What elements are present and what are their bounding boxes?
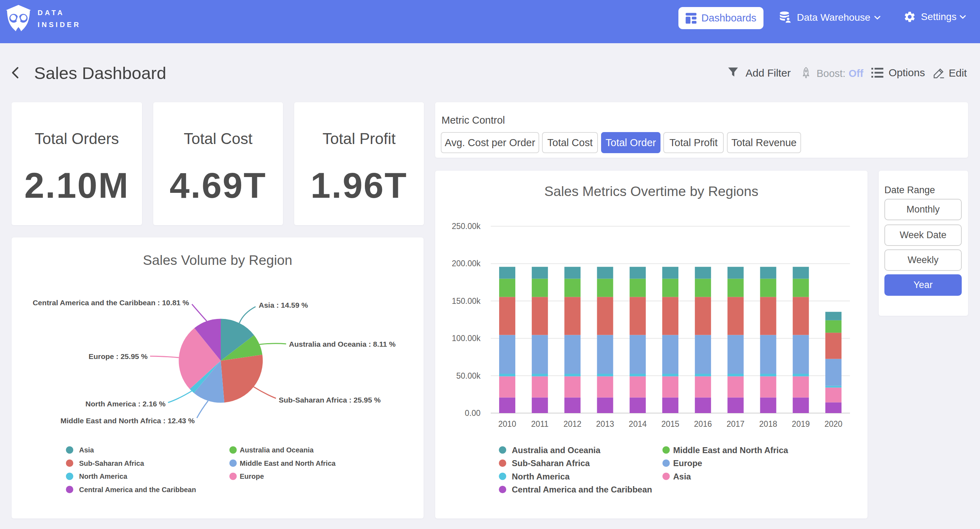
svg-text:Central America and the Caribb: Central America and the Caribbean (512, 485, 652, 494)
svg-text:Sub-Saharan Africa: Sub-Saharan Africa (79, 459, 145, 467)
svg-text:2013: 2013 (596, 419, 614, 429)
svg-text:North America: North America (79, 472, 127, 480)
svg-text:50.00k: 50.00k (456, 371, 481, 380)
svg-text:2019: 2019 (792, 419, 810, 429)
svg-text:Sales Metrics Overtime by Regi: Sales Metrics Overtime by Regions (544, 184, 758, 199)
svg-text:Asia: Asia (673, 472, 691, 481)
svg-text:Sales Volume by Region: Sales Volume by Region (143, 253, 293, 268)
svg-text:Middle East and North Africa: Middle East and North Africa (673, 445, 788, 455)
svg-text:Sub-Saharan Africa: Sub-Saharan Africa (512, 458, 590, 468)
svg-text:North America: North America (512, 472, 570, 481)
svg-text:2018: 2018 (759, 419, 777, 429)
svg-text:250.00k: 250.00k (452, 222, 480, 231)
svg-text:Australia and Oceania : 8.11 %: Australia and Oceania : 8.11 % (289, 340, 396, 348)
svg-text:200.00k: 200.00k (452, 259, 480, 268)
svg-text:Australia and Oceania: Australia and Oceania (512, 445, 601, 455)
svg-text:Asia : 14.59 %: Asia : 14.59 % (259, 301, 308, 309)
svg-text:Europe: Europe (240, 472, 264, 480)
svg-text:2017: 2017 (727, 419, 745, 429)
svg-text:2011: 2011 (531, 419, 548, 429)
svg-text:2016: 2016 (694, 419, 712, 429)
svg-text:Central America and the Caribb: Central America and the Caribbean : 10.8… (33, 299, 189, 307)
svg-text:Australia and Oceania: Australia and Oceania (240, 446, 314, 454)
svg-text:Central America and the Caribb: Central America and the Caribbean (79, 486, 196, 494)
svg-text:2020: 2020 (824, 419, 842, 429)
svg-text:0.00: 0.00 (465, 408, 480, 418)
svg-text:2015: 2015 (661, 419, 679, 429)
svg-text:Europe : 25.95 %: Europe : 25.95 % (89, 352, 148, 361)
svg-text:2014: 2014 (629, 419, 647, 429)
svg-text:150.00k: 150.00k (452, 297, 480, 306)
svg-text:Middle East and North Africa :: Middle East and North Africa : 12.43 % (60, 416, 195, 425)
svg-text:Sub-Saharan Africa : 25.95 %: Sub-Saharan Africa : 25.95 % (279, 396, 381, 404)
svg-text:2010: 2010 (498, 419, 516, 429)
svg-text:100.00k: 100.00k (452, 334, 480, 343)
svg-text:North America : 2.16 %: North America : 2.16 % (86, 400, 165, 408)
svg-text:Europe: Europe (673, 458, 702, 468)
svg-text:Asia: Asia (79, 446, 94, 454)
svg-text:2012: 2012 (563, 419, 581, 429)
svg-text:Middle East and North Africa: Middle East and North Africa (240, 459, 336, 467)
